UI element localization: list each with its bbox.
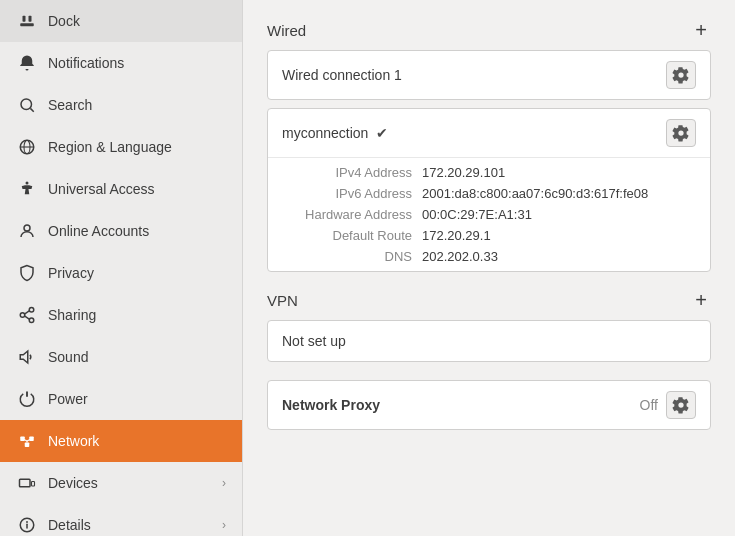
devices-icon xyxy=(16,472,38,494)
default-route-value: 172.20.29.1 xyxy=(422,228,696,243)
sidebar-item-devices[interactable]: Devices › xyxy=(0,462,242,504)
ipv6-value: 2001:da8:c800:aa07:6c90:d3:617f:fe08 xyxy=(422,186,696,201)
svg-point-8 xyxy=(26,182,29,185)
privacy-icon xyxy=(16,262,38,284)
sound-icon xyxy=(16,346,38,368)
sidebar-item-power[interactable]: Power xyxy=(0,378,242,420)
universal-access-icon xyxy=(16,178,38,200)
proxy-row: Network Proxy Off xyxy=(268,381,710,429)
ipv4-row: IPv4 Address 172.20.29.101 xyxy=(268,162,710,183)
wired-section: Wired + Wired connection 1 myconnection … xyxy=(267,20,711,272)
sidebar-item-network[interactable]: Network xyxy=(0,420,242,462)
ipv6-label: IPv6 Address xyxy=(282,186,422,201)
connection-details: IPv4 Address 172.20.29.101 IPv6 Address … xyxy=(268,158,710,271)
svg-rect-0 xyxy=(20,23,34,26)
svg-line-4 xyxy=(30,108,33,111)
ipv6-row: IPv6 Address 2001:da8:c800:aa07:6c90:d3:… xyxy=(268,183,710,204)
svg-rect-22 xyxy=(20,479,31,487)
svg-point-3 xyxy=(21,99,32,110)
vpn-section-title: VPN xyxy=(267,292,298,309)
sidebar-item-search[interactable]: Search xyxy=(0,84,242,126)
devices-chevron-icon: › xyxy=(222,476,226,490)
proxy-label: Network Proxy xyxy=(282,397,380,413)
hardware-label: Hardware Address xyxy=(282,207,422,222)
sharing-icon xyxy=(16,304,38,326)
sidebar-label-online-accounts: Online Accounts xyxy=(48,223,149,239)
dns-label: DNS xyxy=(282,249,422,264)
wired-connection-1-name: Wired connection 1 xyxy=(282,67,402,83)
sidebar-label-network: Network xyxy=(48,433,99,449)
svg-rect-16 xyxy=(25,443,30,448)
wired-add-button[interactable]: + xyxy=(691,20,711,40)
sidebar-label-universal-access: Universal Access xyxy=(48,181,155,197)
search-icon xyxy=(16,94,38,116)
sidebar-label-devices: Devices xyxy=(48,475,98,491)
proxy-gear-button[interactable] xyxy=(666,391,696,419)
wired-connection-1-card: Wired connection 1 xyxy=(267,50,711,100)
ipv4-value: 172.20.29.101 xyxy=(422,165,696,180)
sidebar-item-sound[interactable]: Sound xyxy=(0,336,242,378)
sidebar-label-search: Search xyxy=(48,97,92,113)
sidebar-label-notifications: Notifications xyxy=(48,55,124,71)
online-accounts-icon xyxy=(16,220,38,242)
myconnection-card: myconnection ✔ IPv4 Address 172.20.29.10… xyxy=(267,108,711,272)
sidebar-item-sharing[interactable]: Sharing xyxy=(0,294,242,336)
sidebar-label-power: Power xyxy=(48,391,88,407)
wired-section-title: Wired xyxy=(267,22,306,39)
sidebar-label-dock: Dock xyxy=(48,13,80,29)
svg-line-13 xyxy=(24,311,29,314)
hardware-value: 00:0C:29:7E:A1:31 xyxy=(422,207,696,222)
wired-connection-1-row: Wired connection 1 xyxy=(268,51,710,99)
dns-row: DNS 202.202.0.33 xyxy=(268,246,710,267)
details-icon xyxy=(16,514,38,536)
main-content: Wired + Wired connection 1 myconnection … xyxy=(243,0,735,536)
vpn-section: VPN + Not set up xyxy=(267,290,711,362)
wired-section-header: Wired + xyxy=(267,20,711,40)
vpn-section-header: VPN + xyxy=(267,290,711,310)
network-icon xyxy=(16,430,38,452)
bell-icon xyxy=(16,52,38,74)
sidebar-item-region-language[interactable]: Region & Language xyxy=(0,126,242,168)
ipv4-label: IPv4 Address xyxy=(282,165,422,180)
hardware-row: Hardware Address 00:0C:29:7E:A1:31 xyxy=(268,204,710,225)
details-chevron-icon: › xyxy=(222,518,226,532)
sidebar-item-universal-access[interactable]: Universal Access xyxy=(0,168,242,210)
myconnection-checkmark: ✔ xyxy=(376,125,388,141)
myconnection-label: myconnection ✔ xyxy=(282,125,388,141)
sidebar-label-region: Region & Language xyxy=(48,139,172,155)
proxy-status: Off xyxy=(640,397,658,413)
sidebar-item-notifications[interactable]: Notifications xyxy=(0,42,242,84)
svg-line-14 xyxy=(24,316,29,319)
power-icon xyxy=(16,388,38,410)
svg-marker-15 xyxy=(20,351,28,363)
vpn-not-set-up-card: Not set up xyxy=(267,320,711,362)
myconnection-gear-button[interactable] xyxy=(666,119,696,147)
svg-rect-23 xyxy=(32,482,35,487)
dns-value: 202.202.0.33 xyxy=(422,249,696,264)
sidebar-label-details: Details xyxy=(48,517,91,533)
dock-icon xyxy=(16,10,38,32)
proxy-right: Off xyxy=(640,391,696,419)
myconnection-name: myconnection xyxy=(282,125,368,141)
sidebar-label-sharing: Sharing xyxy=(48,307,96,323)
svg-rect-2 xyxy=(29,16,32,22)
vpn-add-button[interactable]: + xyxy=(691,290,711,310)
svg-rect-1 xyxy=(23,16,26,22)
svg-point-9 xyxy=(24,225,30,231)
sidebar: Dock Notifications Search Region & Langu… xyxy=(0,0,243,536)
sidebar-item-dock[interactable]: Dock xyxy=(0,0,242,42)
sidebar-label-privacy: Privacy xyxy=(48,265,94,281)
default-route-row: Default Route 172.20.29.1 xyxy=(268,225,710,246)
sidebar-label-sound: Sound xyxy=(48,349,88,365)
myconnection-header-row: myconnection ✔ xyxy=(268,109,710,158)
wired-connection-1-gear-button[interactable] xyxy=(666,61,696,89)
default-route-label: Default Route xyxy=(282,228,422,243)
sidebar-item-online-accounts[interactable]: Online Accounts xyxy=(0,210,242,252)
sidebar-item-details[interactable]: Details › xyxy=(0,504,242,536)
network-proxy-card: Network Proxy Off xyxy=(267,380,711,430)
vpn-not-set-up-text: Not set up xyxy=(268,321,710,361)
sidebar-item-privacy[interactable]: Privacy xyxy=(0,252,242,294)
region-icon xyxy=(16,136,38,158)
